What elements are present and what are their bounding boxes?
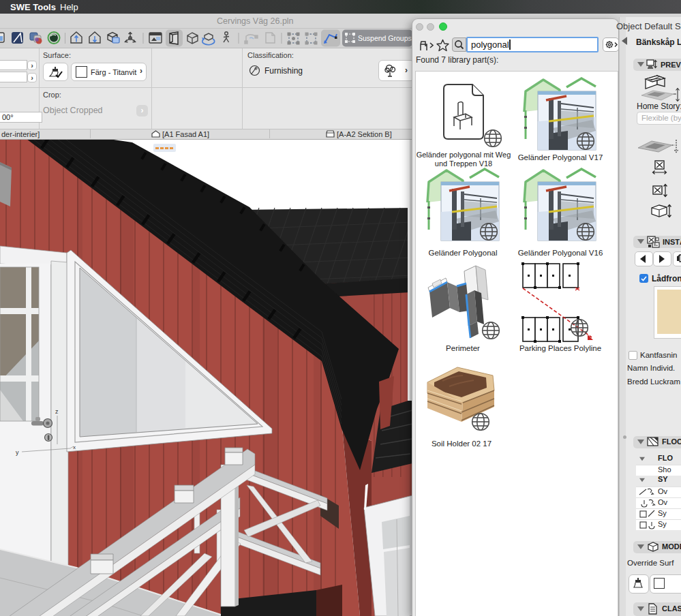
svg-text:Suspend Groups: Suspend Groups	[358, 34, 412, 42]
svg-text:y: y	[16, 449, 19, 456]
svg-text:z: z	[55, 408, 59, 415]
svg-text:x: x	[73, 444, 76, 450]
